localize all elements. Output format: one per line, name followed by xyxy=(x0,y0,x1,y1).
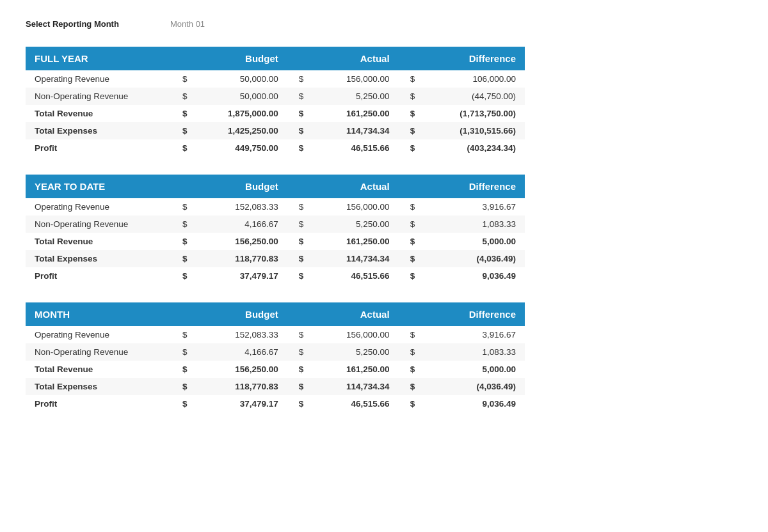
table-row: Total Revenue$1,875,000.00$161,250.00$(1… xyxy=(26,105,525,122)
table-row: Profit$37,479.17$46,515.66$9,036.49 xyxy=(26,395,525,412)
table-full-year: FULL YEARBudgetActualDifference Operatin… xyxy=(26,47,525,157)
table-row: Non-Operating Revenue$4,166.67$5,250.00$… xyxy=(26,343,525,361)
table-year-to-date: YEAR TO DATEBudgetActualDifference Opera… xyxy=(26,175,525,285)
month-value: Month 01 xyxy=(170,19,205,29)
table-month: MONTHBudgetActualDifference Operating Re… xyxy=(26,302,525,412)
section-year-to-date: YEAR TO DATEBudgetActualDifference Opera… xyxy=(26,175,525,285)
table-row: Non-Operating Revenue$4,166.67$5,250.00$… xyxy=(26,215,525,233)
table-row: Operating Revenue$50,000.00$156,000.00$1… xyxy=(26,70,525,88)
table-row: Total Expenses$118,770.83$114,734.34$(4,… xyxy=(26,378,525,395)
section-full-year: FULL YEARBudgetActualDifference Operatin… xyxy=(26,47,525,157)
table-row: Total Revenue$156,250.00$161,250.00$5,00… xyxy=(26,361,525,378)
table-row: Profit$449,750.00$46,515.66$(403,234.34) xyxy=(26,139,525,157)
table-row: Operating Revenue$152,083.33$156,000.00$… xyxy=(26,326,525,343)
table-row: Non-Operating Revenue$50,000.00$5,250.00… xyxy=(26,88,525,105)
table-row: Profit$37,479.17$46,515.66$9,036.49 xyxy=(26,267,525,285)
table-row: Operating Revenue$152,083.33$156,000.00$… xyxy=(26,198,525,215)
sections-container: FULL YEARBudgetActualDifference Operatin… xyxy=(26,47,742,412)
table-row: Total Expenses$118,770.83$114,734.34$(4,… xyxy=(26,250,525,267)
select-reporting-month-label: Select Reporting Month xyxy=(26,19,119,29)
reporting-month-row: Select Reporting Month Month 01 xyxy=(26,19,742,29)
table-row: Total Expenses$1,425,250.00$114,734.34$(… xyxy=(26,122,525,139)
table-row: Total Revenue$156,250.00$161,250.00$5,00… xyxy=(26,233,525,250)
section-month: MONTHBudgetActualDifference Operating Re… xyxy=(26,302,525,412)
